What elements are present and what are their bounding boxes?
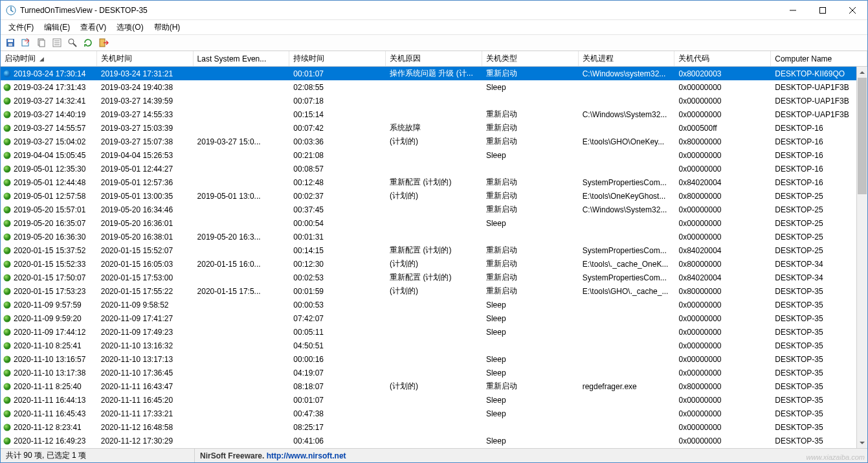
col-computer-name[interactable]: Computer Name (771, 51, 867, 66)
table-row[interactable]: 2019-05-20 16:35:072019-05-20 16:36:0100… (1, 216, 867, 230)
svg-rect-7 (8, 43, 12, 46)
scrollbar-thumb[interactable] (858, 78, 867, 194)
cell-code: 0x80000000 (674, 137, 771, 146)
table-row[interactable]: 2020-11-11 16:44:132020-11-11 16:45:2000… (1, 393, 867, 407)
cell-code: 0x84020004 (674, 246, 771, 255)
cell-computer: DESKTOP-16 (771, 164, 867, 174)
table-row[interactable]: 2019-04-04 15:05:452019-04-04 15:26:5300… (1, 148, 867, 162)
cell-shutdown: 2019-03-27 15:07:38 (97, 137, 194, 146)
menu-file[interactable]: 文件(F) (3, 21, 39, 34)
cell-code: 0x00000000 (674, 219, 771, 228)
copy-icon[interactable] (34, 36, 49, 50)
exit-icon[interactable] (96, 36, 111, 50)
svg-point-29 (4, 206, 11, 213)
table-row[interactable]: 2020-11-11 8:25:402020-11-11 16:43:4708:… (1, 379, 867, 393)
table-row[interactable]: 2019-03-27 14:32:412019-03-27 14:39:5900… (1, 94, 867, 107)
col-shutdown-process[interactable]: 关机进程 (579, 51, 675, 66)
clock-icon (3, 328, 11, 336)
close-button[interactable] (838, 1, 867, 20)
menu-help[interactable]: 帮助(H) (149, 21, 186, 34)
maximize-button[interactable] (808, 1, 838, 20)
cell-duration: 00:14:15 (289, 246, 386, 255)
svg-point-31 (4, 233, 11, 240)
svg-point-23 (4, 124, 11, 131)
clock-icon (3, 437, 11, 445)
cell-computer: DESKTOP-16 (771, 178, 867, 187)
table-row[interactable]: 2019-05-01 12:57:582019-05-01 13:00:3520… (1, 189, 867, 203)
find-icon[interactable] (65, 36, 80, 50)
cell-computer: DESKTOP-35 (771, 423, 867, 432)
table-row[interactable]: 2020-11-12 8:23:412020-11-12 16:48:5808:… (1, 420, 867, 434)
col-last-system-event[interactable]: Last System Even... (194, 51, 290, 66)
menu-view[interactable]: 查看(V) (75, 21, 111, 34)
cell-process: SystemPropertiesCom... (579, 273, 675, 282)
table-row[interactable]: 2019-05-01 12:44:482019-05-01 12:57:3600… (1, 175, 867, 189)
cell-shutdown: 2019-03-24 17:31:21 (97, 69, 194, 78)
minimize-button[interactable] (778, 1, 808, 20)
cell-code: 0x00000000 (674, 368, 771, 378)
cell-duration: 00:15:14 (289, 110, 386, 119)
properties-icon[interactable] (50, 36, 64, 50)
table-row[interactable]: 2020-11-09 9:57:592020-11-09 9:58:5200:0… (1, 298, 867, 311)
table-row[interactable]: 2020-11-10 13:16:572020-11-10 13:17:1300… (1, 352, 867, 366)
svg-point-37 (4, 315, 11, 322)
cell-type: Sleep (482, 396, 579, 405)
titlebar: TurnedOnTimesView - DESKTOP-35 (1, 1, 867, 20)
svg-point-42 (4, 383, 11, 390)
table-row[interactable]: 2020-11-11 16:45:432020-11-11 17:33:2100… (1, 407, 867, 420)
cell-shutdown: 2019-05-20 16:34:46 (97, 205, 194, 214)
refresh-icon[interactable] (81, 36, 95, 50)
toolbar (1, 34, 867, 51)
table-row[interactable]: 2020-01-15 17:53:232020-01-15 17:55:2220… (1, 284, 867, 298)
table-row[interactable]: 2019-05-20 15:57:012019-05-20 16:34:4600… (1, 203, 867, 216)
table-row[interactable]: 2020-11-09 17:44:122020-11-09 17:49:2300… (1, 325, 867, 339)
col-shutdown-code[interactable]: 关机代码 (674, 51, 771, 66)
svg-point-19 (4, 70, 11, 77)
status-count: 共计 90 项, 已选定 1 项 (1, 449, 195, 462)
table-row[interactable]: 2019-05-01 12:35:302019-05-01 12:44:2700… (1, 162, 867, 175)
svg-point-33 (4, 260, 11, 267)
col-shutdown-time[interactable]: 关机时间 (97, 51, 194, 66)
svg-point-43 (4, 396, 11, 403)
nirsoft-link[interactable]: http://www.nirsoft.net (267, 451, 346, 460)
col-shutdown-type[interactable]: 关机类型 (482, 51, 579, 66)
menu-options[interactable]: 选项(O) (111, 21, 148, 34)
cell-process: E:\tools\._cache_OneK... (579, 260, 675, 269)
scroll-down-icon[interactable] (857, 437, 867, 448)
cell-code: 0x00000000 (674, 409, 771, 418)
table-row[interactable]: 2020-01-15 15:52:332020-01-15 16:05:0320… (1, 257, 867, 271)
save-icon[interactable] (3, 36, 17, 50)
cell-shutdown: 2019-03-27 14:55:33 (97, 110, 194, 119)
table-row[interactable]: 2020-11-09 9:59:202020-11-09 17:41:2707:… (1, 311, 867, 325)
cell-code: 0x00000000 (674, 423, 771, 432)
svg-point-26 (4, 165, 11, 172)
cell-shutdown: 2020-01-15 17:53:00 (97, 273, 194, 282)
cell-start: 2020-01-15 17:53:23 (14, 287, 85, 296)
table-row[interactable]: 2019-03-27 15:04:022019-03-27 15:07:3820… (1, 135, 867, 148)
clock-icon (3, 206, 11, 214)
table-row[interactable]: 2019-03-24 17:30:142019-03-24 17:31:2100… (1, 67, 867, 80)
table-row[interactable]: 2020-11-10 13:17:382020-11-10 17:36:4504… (1, 366, 867, 379)
svg-point-35 (4, 288, 11, 295)
table-row[interactable]: 2019-03-27 14:55:572019-03-27 15:03:3900… (1, 121, 867, 135)
table-row[interactable]: 2020-01-15 15:37:522020-01-15 15:52:0700… (1, 243, 867, 257)
table-row[interactable]: 2020-11-12 16:49:232020-11-12 17:30:2900… (1, 434, 867, 447)
table-row[interactable]: 2020-01-15 17:50:072020-01-15 17:53:0000… (1, 271, 867, 284)
scroll-up-icon[interactable] (857, 67, 867, 78)
list-body[interactable]: 2019-03-24 17:30:142019-03-24 17:31:2100… (1, 67, 867, 448)
col-shutdown-reason[interactable]: 关机原因 (386, 51, 482, 66)
cell-reason: 重新配置 (计划的) (386, 245, 482, 256)
col-startup-time[interactable]: 启动时间◢ (1, 51, 97, 66)
cell-start: 2020-01-15 17:50:07 (14, 273, 85, 282)
table-row[interactable]: 2019-03-27 14:40:192019-03-27 14:55:3300… (1, 107, 867, 121)
vertical-scrollbar[interactable] (856, 67, 867, 448)
cell-code: 0x00000000 (674, 232, 771, 242)
col-duration[interactable]: 持续时间 (289, 51, 386, 66)
menu-edit[interactable]: 编辑(E) (39, 21, 75, 34)
export-icon[interactable] (19, 36, 33, 50)
table-row[interactable]: 2019-05-20 16:36:302019-05-20 16:38:0120… (1, 230, 867, 243)
cell-shutdown: 2020-01-15 17:55:22 (97, 287, 194, 296)
table-row[interactable]: 2019-03-24 17:31:432019-03-24 19:40:3802… (1, 80, 867, 94)
table-row[interactable]: 2020-11-10 8:25:412020-11-10 13:16:3204:… (1, 339, 867, 352)
cell-process: SystemPropertiesCom... (579, 246, 675, 255)
